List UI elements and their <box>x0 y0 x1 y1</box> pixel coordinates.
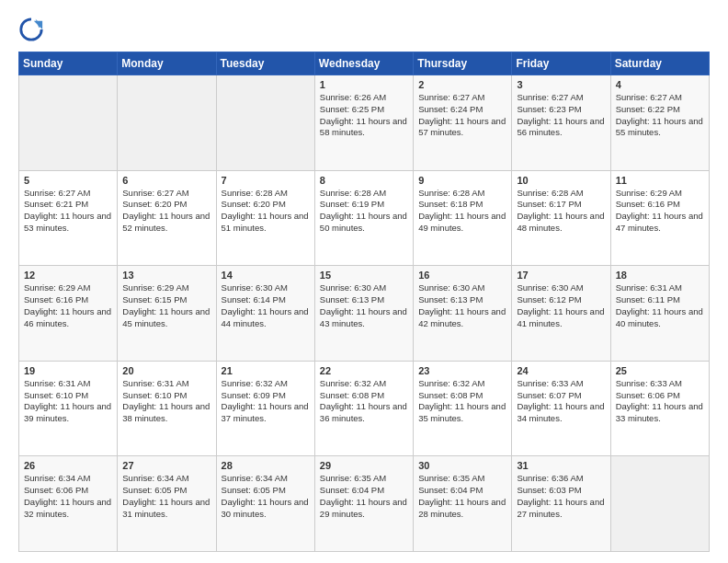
day-number: 24 <box>517 365 605 376</box>
daylight-text: Daylight: 11 hours and 36 minutes. <box>320 401 407 423</box>
cell-content: Sunrise: 6:29 AMSunset: 6:16 PMDaylight:… <box>24 282 112 329</box>
calendar-cell: 1Sunrise: 6:26 AMSunset: 6:25 PMDaylight… <box>314 75 413 171</box>
calendar-cell: 11Sunrise: 6:29 AMSunset: 6:16 PMDayligh… <box>610 170 709 266</box>
sunrise-text: Sunrise: 6:36 AM <box>517 473 583 483</box>
weekday-sunday: Sunday <box>19 52 118 75</box>
daylight-text: Daylight: 11 hours and 57 minutes. <box>418 116 506 138</box>
daylight-text: Daylight: 11 hours and 48 minutes. <box>517 211 604 233</box>
cell-content: Sunrise: 6:32 AMSunset: 6:08 PMDaylight:… <box>418 378 506 425</box>
sunset-text: Sunset: 6:17 PM <box>517 199 581 209</box>
calendar-cell: 27Sunrise: 6:34 AMSunset: 6:05 PMDayligh… <box>118 456 216 552</box>
week-row-3: 12Sunrise: 6:29 AMSunset: 6:16 PMDayligh… <box>19 266 710 362</box>
calendar-cell: 4Sunrise: 6:27 AMSunset: 6:22 PMDaylight… <box>610 75 709 171</box>
cell-content: Sunrise: 6:34 AMSunset: 6:06 PMDaylight:… <box>24 473 112 520</box>
sunrise-text: Sunrise: 6:29 AM <box>24 282 90 293</box>
calendar-cell: 26Sunrise: 6:34 AMSunset: 6:06 PMDayligh… <box>19 456 118 552</box>
sunrise-text: Sunrise: 6:27 AM <box>122 188 188 198</box>
cell-content: Sunrise: 6:34 AMSunset: 6:05 PMDaylight:… <box>222 473 310 520</box>
cell-content: Sunrise: 6:26 AMSunset: 6:25 PMDaylight:… <box>320 92 408 139</box>
sunrise-text: Sunrise: 6:28 AM <box>517 188 583 198</box>
day-number: 3 <box>517 79 605 90</box>
day-number: 25 <box>616 365 704 376</box>
daylight-text: Daylight: 11 hours and 38 minutes. <box>122 401 210 423</box>
sunrise-text: Sunrise: 6:31 AM <box>616 282 682 293</box>
daylight-text: Daylight: 11 hours and 52 minutes. <box>122 211 210 233</box>
sunset-text: Sunset: 6:05 PM <box>122 485 187 495</box>
daylight-text: Daylight: 11 hours and 39 minutes. <box>24 401 111 423</box>
sunset-text: Sunset: 6:09 PM <box>222 390 286 400</box>
sunrise-text: Sunrise: 6:28 AM <box>320 188 386 198</box>
sunrise-text: Sunrise: 6:32 AM <box>320 378 386 388</box>
cell-content: Sunrise: 6:29 AMSunset: 6:16 PMDaylight:… <box>616 188 704 235</box>
day-number: 27 <box>122 460 210 471</box>
daylight-text: Daylight: 11 hours and 40 minutes. <box>616 306 703 328</box>
daylight-text: Daylight: 11 hours and 30 minutes. <box>222 497 309 519</box>
calendar-cell: 12Sunrise: 6:29 AMSunset: 6:16 PMDayligh… <box>19 266 118 362</box>
daylight-text: Daylight: 11 hours and 28 minutes. <box>418 497 506 519</box>
day-number: 29 <box>320 460 408 471</box>
sunset-text: Sunset: 6:13 PM <box>418 294 483 304</box>
cell-content: Sunrise: 6:36 AMSunset: 6:03 PMDaylight:… <box>517 473 605 520</box>
calendar-cell <box>118 75 216 171</box>
calendar-cell <box>216 75 314 171</box>
sunrise-text: Sunrise: 6:31 AM <box>24 378 90 388</box>
calendar-cell <box>19 75 118 171</box>
weekday-header-row: SundayMondayTuesdayWednesdayThursdayFrid… <box>19 52 710 75</box>
cell-content: Sunrise: 6:28 AMSunset: 6:18 PMDaylight:… <box>418 188 506 235</box>
sunset-text: Sunset: 6:18 PM <box>418 199 483 209</box>
daylight-text: Daylight: 11 hours and 46 minutes. <box>24 306 111 328</box>
day-number: 7 <box>222 175 310 186</box>
day-number: 15 <box>320 270 408 281</box>
day-number: 1 <box>320 79 408 90</box>
daylight-text: Daylight: 11 hours and 49 minutes. <box>418 211 506 233</box>
sunset-text: Sunset: 6:15 PM <box>122 294 187 304</box>
calendar-cell: 17Sunrise: 6:30 AMSunset: 6:12 PMDayligh… <box>512 266 610 362</box>
cell-content: Sunrise: 6:30 AMSunset: 6:14 PMDaylight:… <box>222 282 310 329</box>
sunset-text: Sunset: 6:12 PM <box>517 294 581 304</box>
day-number: 12 <box>24 270 112 281</box>
daylight-text: Daylight: 11 hours and 32 minutes. <box>24 497 111 519</box>
day-number: 18 <box>616 270 704 281</box>
cell-content: Sunrise: 6:33 AMSunset: 6:06 PMDaylight:… <box>616 378 704 425</box>
sunset-text: Sunset: 6:04 PM <box>418 485 483 495</box>
sunrise-text: Sunrise: 6:27 AM <box>616 92 682 102</box>
daylight-text: Daylight: 11 hours and 45 minutes. <box>122 306 210 328</box>
cell-content: Sunrise: 6:35 AMSunset: 6:04 PMDaylight:… <box>418 473 506 520</box>
sunset-text: Sunset: 6:10 PM <box>122 390 187 400</box>
sunrise-text: Sunrise: 6:27 AM <box>418 92 484 102</box>
daylight-text: Daylight: 11 hours and 34 minutes. <box>517 401 604 423</box>
day-number: 26 <box>24 460 112 471</box>
week-row-4: 19Sunrise: 6:31 AMSunset: 6:10 PMDayligh… <box>19 361 710 456</box>
calendar-cell: 19Sunrise: 6:31 AMSunset: 6:10 PMDayligh… <box>19 361 118 456</box>
daylight-text: Daylight: 11 hours and 47 minutes. <box>616 211 703 233</box>
week-row-1: 1Sunrise: 6:26 AMSunset: 6:25 PMDaylight… <box>19 75 710 171</box>
sunrise-text: Sunrise: 6:29 AM <box>122 282 188 293</box>
sunrise-text: Sunrise: 6:35 AM <box>418 473 484 483</box>
sunset-text: Sunset: 6:11 PM <box>616 294 680 304</box>
sunrise-text: Sunrise: 6:34 AM <box>222 473 288 483</box>
day-number: 6 <box>122 175 210 186</box>
daylight-text: Daylight: 11 hours and 27 minutes. <box>517 497 604 519</box>
sunrise-text: Sunrise: 6:35 AM <box>320 473 386 483</box>
sunset-text: Sunset: 6:16 PM <box>24 294 88 304</box>
calendar-cell: 23Sunrise: 6:32 AMSunset: 6:08 PMDayligh… <box>414 361 512 456</box>
week-row-5: 26Sunrise: 6:34 AMSunset: 6:06 PMDayligh… <box>19 456 710 552</box>
daylight-text: Daylight: 11 hours and 44 minutes. <box>222 306 309 328</box>
daylight-text: Daylight: 11 hours and 29 minutes. <box>320 497 407 519</box>
sunset-text: Sunset: 6:19 PM <box>320 199 384 209</box>
sunrise-text: Sunrise: 6:34 AM <box>24 473 90 483</box>
daylight-text: Daylight: 11 hours and 42 minutes. <box>418 306 506 328</box>
day-number: 28 <box>222 460 310 471</box>
sunset-text: Sunset: 6:14 PM <box>222 294 286 304</box>
cell-content: Sunrise: 6:27 AMSunset: 6:24 PMDaylight:… <box>418 92 506 139</box>
sunrise-text: Sunrise: 6:30 AM <box>418 282 484 293</box>
calendar-cell: 24Sunrise: 6:33 AMSunset: 6:07 PMDayligh… <box>512 361 610 456</box>
calendar-cell: 10Sunrise: 6:28 AMSunset: 6:17 PMDayligh… <box>512 170 610 266</box>
cell-content: Sunrise: 6:28 AMSunset: 6:17 PMDaylight:… <box>517 188 605 235</box>
cell-content: Sunrise: 6:27 AMSunset: 6:20 PMDaylight:… <box>122 188 210 235</box>
cell-content: Sunrise: 6:30 AMSunset: 6:13 PMDaylight:… <box>418 282 506 329</box>
sunset-text: Sunset: 6:24 PM <box>418 104 483 114</box>
cell-content: Sunrise: 6:33 AMSunset: 6:07 PMDaylight:… <box>517 378 605 425</box>
calendar-cell: 31Sunrise: 6:36 AMSunset: 6:03 PMDayligh… <box>512 456 610 552</box>
calendar-cell: 18Sunrise: 6:31 AMSunset: 6:11 PMDayligh… <box>610 266 709 362</box>
